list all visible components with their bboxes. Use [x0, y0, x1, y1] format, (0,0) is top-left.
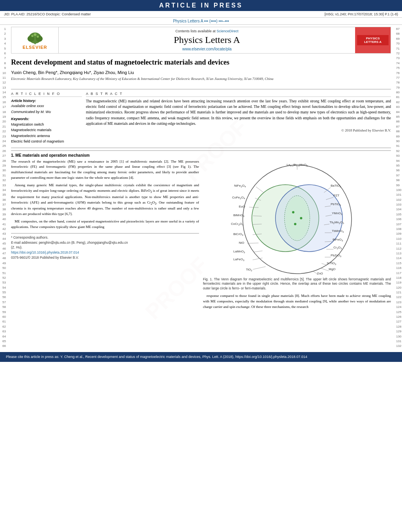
line-num-r: 88 [396, 129, 402, 134]
line-num: 52 [0, 276, 6, 280]
svg-text:CoFe2O4: CoFe2O4 [232, 196, 245, 200]
email-note-2: (Z. Hu). [11, 245, 199, 250]
svg-line-36 [253, 267, 266, 269]
svg-text:Cr2O3: Cr2O3 [333, 246, 342, 250]
body-para-right-1: response compared to those found in sing… [203, 293, 391, 310]
line-num: 56 [0, 295, 6, 300]
line-num: 36 [0, 198, 6, 202]
svg-text:BiMnO3: BiMnO3 [233, 213, 244, 217]
line-num-r: 69 [396, 37, 402, 41]
line-num: 1 [0, 27, 6, 32]
doi-bar[interactable]: Physics Letters A ••• (••••) •••–••• [0, 18, 402, 25]
line-num: 24 [0, 139, 6, 144]
journal-title: Physics Letters A [174, 35, 240, 45]
line-num-r: 120 [396, 285, 402, 290]
line-num-r: 102 [396, 198, 402, 202]
line-num: 47 [0, 251, 6, 256]
line-numbers-right: 67 68 69 70 71 72 73 74 75 76 77 78 79 8… [395, 25, 402, 349]
line-num: 8 [0, 61, 6, 66]
svg-text:CoCr2O4: CoCr2O4 [231, 222, 244, 226]
line-num: 65 [0, 339, 6, 344]
history-item-2: Communicated by M. Wu [11, 109, 82, 115]
line-num: 43 [0, 232, 6, 236]
line-num: 26 [0, 149, 6, 154]
journal-url[interactable]: www.elsevier.com/locate/pla [182, 47, 231, 51]
svg-text:ZnO: ZnO [317, 272, 323, 275]
line-num: 6 [0, 51, 6, 56]
science-direct-label: Contents lists available at ScienceDirec… [175, 29, 238, 33]
elsevier-label: ELSEVIER [22, 45, 47, 50]
line-num-r: 97 [396, 173, 402, 178]
article-info-label: A R T I C L E I N F O [11, 92, 82, 97]
svg-text:LaFeO3: LaFeO3 [233, 258, 244, 261]
svg-text:SrTiO3: SrTiO3 [327, 261, 337, 265]
line-num-r: 128 [396, 324, 402, 329]
article-in-press-banner: ARTICLE IN PRESS [0, 0, 402, 11]
line-num: 41 [0, 222, 6, 227]
line-num: 27 [0, 154, 6, 158]
line-num-r: 110 [396, 237, 402, 241]
affiliation: Electronic Materials Research Laboratory… [11, 76, 391, 82]
line-num: 21 [0, 124, 6, 129]
line-num-r: 96 [396, 168, 402, 173]
line-num: 23 [0, 134, 6, 139]
line-num-r: 74 [396, 61, 402, 66]
line-num-r: 122 [396, 295, 402, 300]
elsevier-tree-icon [23, 31, 47, 45]
line-num: 19 [0, 115, 6, 119]
line-numbers-left: 1 2 3 4 5 6 7 8 9 10 11 12 13 14 15 16 1… [0, 25, 7, 349]
line-num-r: 80 [396, 90, 402, 95]
line-num-r: 115 [396, 261, 402, 266]
line-num-r: 77 [396, 76, 402, 80]
svg-text:BiCrO3: BiCrO3 [233, 232, 244, 236]
article-section: Recent development and status of magneto… [11, 56, 391, 87]
line-num-r: 118 [396, 276, 402, 280]
journal-center: Contents lists available at ScienceDirec… [59, 27, 355, 53]
keywords-label: Keywords: [11, 117, 82, 121]
line-num-r: 131 [396, 339, 402, 344]
svg-text:TiO2: TiO2 [246, 268, 253, 272]
meta-left: JID: PLA AID: 25216/SCO Doctopic: Conden… [4, 12, 91, 16]
body-para-3: ME composites, on the other hand, consis… [11, 219, 199, 230]
line-num: 64 [0, 334, 6, 339]
line-num: 62 [0, 324, 6, 329]
svg-line-18 [256, 187, 264, 193]
section-1: 1. ME materials and operation mechanism … [11, 153, 391, 312]
line-num-r: 123 [396, 300, 402, 305]
doi-note[interactable]: https://doi.org/10.1016/j.physleta.2018.… [11, 250, 199, 255]
line-num: 45 [0, 241, 6, 246]
line-num-r: 92 [396, 149, 402, 154]
line-num: 35 [0, 193, 6, 197]
line-num: 44 [0, 237, 6, 241]
line-num: 31 [0, 173, 6, 178]
line-num-r: 130 [396, 334, 402, 339]
svg-text:MgO: MgO [329, 267, 335, 271]
line-num-r: 89 [396, 134, 402, 139]
svg-point-10 [285, 196, 309, 240]
line-num-r: 85 [396, 115, 402, 119]
corresponding-note: * Corresponding authors. [11, 235, 199, 240]
line-num-r: 79 [396, 85, 402, 90]
article-title: Recent development and status of magneto… [11, 58, 391, 67]
line-num: 42 [0, 227, 6, 232]
body-col-right: La0.1Bi0.9MnO3 NiFe2O4 CoFe2O4 EuO BiMnO… [203, 159, 391, 312]
line-num: 55 [0, 290, 6, 295]
line-num-r: 83 [396, 105, 402, 109]
line-num: 33 [0, 183, 6, 188]
line-num-r: 72 [396, 51, 402, 56]
line-num-r: 67 [396, 27, 402, 32]
line-num-r: 81 [396, 95, 402, 100]
svg-point-11 [292, 211, 294, 213]
body-col-left: The research of the magnetoelectric (ME)… [11, 159, 199, 312]
science-direct-link[interactable]: ScienceDirect [217, 29, 239, 33]
line-num: 11 [0, 76, 6, 80]
line-num-r: 71 [396, 46, 402, 51]
svg-line-56 [322, 263, 327, 265]
line-num: 50 [0, 266, 6, 271]
page-outer: 1 2 3 4 5 6 7 8 9 10 11 12 13 14 15 16 1… [0, 25, 402, 349]
meta-bar: JID: PLA AID: 25216/SCO Doctopic: Conden… [0, 11, 402, 18]
svg-point-2 [27, 35, 34, 42]
svg-line-32 [254, 251, 262, 252]
history-label: Article history: [11, 99, 82, 103]
line-num: 16 [0, 100, 6, 105]
